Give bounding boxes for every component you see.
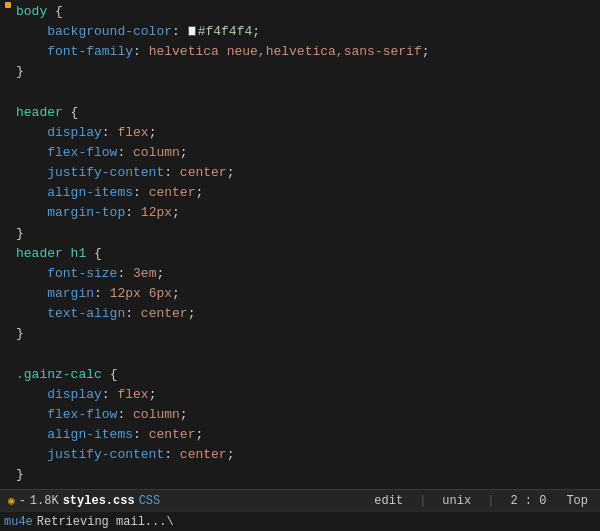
line-9: align-items: center; (0, 183, 600, 203)
line-12: header h1 { (0, 244, 600, 264)
line-content-17 (12, 344, 596, 364)
line-content-4 (12, 83, 596, 103)
line-content-10: margin-top: 12px; (12, 203, 596, 223)
line-19: display: flex; (0, 385, 600, 405)
unix-mode: unix (438, 494, 475, 508)
minibuffer-mode: mu4e (4, 515, 33, 529)
line-content-12: header h1 { (12, 244, 596, 264)
top-label: Top (562, 494, 592, 508)
line-14: margin: 12px 6px; (0, 284, 600, 304)
line-content-20: flex-flow: column; (12, 405, 596, 425)
line-content-18: .gainz-calc { (12, 365, 596, 385)
gutter-0 (4, 2, 12, 8)
line-content-14: margin: 12px 6px; (12, 284, 596, 304)
line-17 (0, 344, 600, 364)
line-content-24 (12, 485, 596, 489)
gutter-dot (5, 2, 11, 8)
cursor-position: 2 : 0 (506, 494, 550, 508)
line-6: display: flex; (0, 123, 600, 143)
line-content-22: justify-content: center; (12, 445, 596, 465)
line-content-16: } (12, 324, 596, 344)
line-content-15: text-align: center; (12, 304, 596, 324)
line-content-1: background-color: #f4f4f4; (12, 22, 596, 42)
line-4 (0, 83, 600, 103)
line-content-2: font-family: helvetica neue,helvetica,sa… (12, 42, 596, 62)
line-23: } (0, 465, 600, 485)
filename: styles.css (63, 494, 135, 508)
line-1: background-color: #f4f4f4; (0, 22, 600, 42)
status-dash: - (19, 494, 26, 508)
line-content-8: justify-content: center; (12, 163, 596, 183)
line-21: align-items: center; (0, 425, 600, 445)
minibuffer-text: Retrieving mail... (37, 515, 167, 529)
line-8: justify-content: center; (0, 163, 600, 183)
line-content-19: display: flex; (12, 385, 596, 405)
line-24 (0, 485, 600, 489)
file-size: 1.8K (30, 494, 59, 508)
line-content-0: body { (12, 2, 596, 22)
line-13: font-size: 3em; (0, 264, 600, 284)
filetype: CSS (139, 494, 161, 508)
line-3: } (0, 62, 600, 82)
line-content-7: flex-flow: column; (12, 143, 596, 163)
line-20: flex-flow: column; (0, 405, 600, 425)
line-10: margin-top: 12px; (0, 203, 600, 223)
line-content-3: } (12, 62, 596, 82)
line-content-6: display: flex; (12, 123, 596, 143)
line-content-11: } (12, 224, 596, 244)
line-content-21: align-items: center; (12, 425, 596, 445)
minibuffer-path: \ (166, 515, 173, 529)
line-0: body { (0, 2, 600, 22)
line-content-13: font-size: 3em; (12, 264, 596, 284)
line-5: header { (0, 103, 600, 123)
status-right: edit | unix | 2 : 0 Top (370, 494, 592, 508)
line-22: justify-content: center; (0, 445, 600, 465)
status-bar: ◉ - 1.8K styles.css CSS edit | unix | 2 … (0, 489, 600, 511)
editor-area: body { background-color: #f4f4f4; font-f… (0, 0, 600, 489)
line-11: } (0, 224, 600, 244)
line-15: text-align: center; (0, 304, 600, 324)
line-content-5: header { (12, 103, 596, 123)
line-7: flex-flow: column; (0, 143, 600, 163)
code-content: body { background-color: #f4f4f4; font-f… (0, 0, 600, 489)
line-18: .gainz-calc { (0, 365, 600, 385)
line-2: font-family: helvetica neue,helvetica,sa… (0, 42, 600, 62)
line-content-9: align-items: center; (12, 183, 596, 203)
buffer-icon: ◉ (8, 494, 15, 507)
line-content-23: } (12, 465, 596, 485)
status-left: ◉ - 1.8K styles.css CSS (8, 494, 370, 508)
edit-mode: edit (370, 494, 407, 508)
minibuffer: mu4e Retrieving mail... \ (0, 511, 600, 531)
line-16: } (0, 324, 600, 344)
